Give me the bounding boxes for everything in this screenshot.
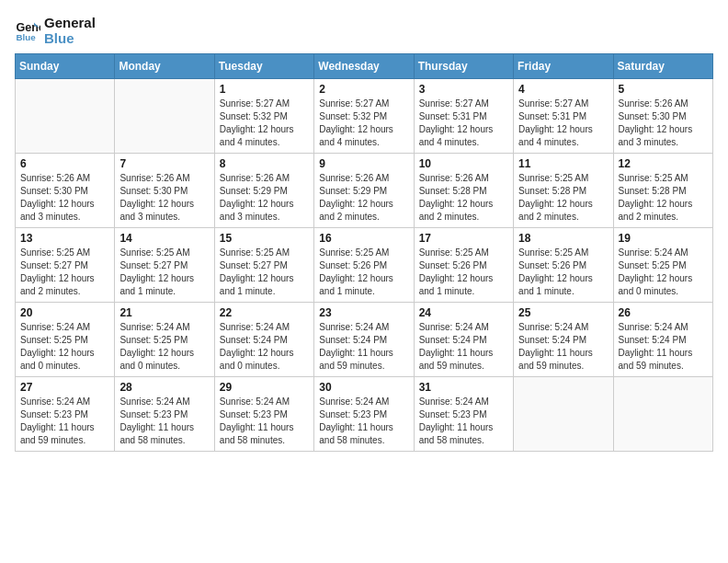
- weekday-header-tuesday: Tuesday: [214, 54, 313, 79]
- day-number: 2: [319, 83, 408, 96]
- svg-text:Blue: Blue: [16, 32, 36, 42]
- day-number: 6: [20, 157, 109, 170]
- day-number: 5: [619, 83, 708, 96]
- day-detail: Sunrise: 5:27 AM Sunset: 5:31 PM Dayligh…: [419, 98, 508, 149]
- day-number: 14: [119, 232, 209, 245]
- logo-blue: Blue: [44, 30, 96, 46]
- day-detail: Sunrise: 5:25 AM Sunset: 5:26 PM Dayligh…: [518, 247, 608, 298]
- calendar-cell: 27Sunrise: 5:24 AM Sunset: 5:23 PM Dayli…: [16, 377, 115, 452]
- day-detail: Sunrise: 5:26 AM Sunset: 5:30 PM Dayligh…: [619, 98, 708, 149]
- day-detail: Sunrise: 5:24 AM Sunset: 5:23 PM Dayligh…: [119, 396, 209, 447]
- day-number: 22: [220, 306, 309, 319]
- page-header: General Blue General Blue: [15, 15, 713, 46]
- calendar-cell: 14Sunrise: 5:25 AM Sunset: 5:27 PM Dayli…: [115, 228, 214, 303]
- day-detail: Sunrise: 5:24 AM Sunset: 5:24 PM Dayligh…: [220, 321, 309, 373]
- calendar-cell: 21Sunrise: 5:24 AM Sunset: 5:25 PM Dayli…: [115, 303, 214, 377]
- day-detail: Sunrise: 5:24 AM Sunset: 5:24 PM Dayligh…: [619, 321, 708, 373]
- calendar-cell: 28Sunrise: 5:24 AM Sunset: 5:23 PM Dayli…: [115, 377, 214, 452]
- calendar-cell: 4Sunrise: 5:27 AM Sunset: 5:31 PM Daylig…: [514, 79, 613, 154]
- day-detail: Sunrise: 5:24 AM Sunset: 5:23 PM Dayligh…: [319, 396, 408, 447]
- day-number: 21: [119, 306, 209, 319]
- calendar-cell: 29Sunrise: 5:24 AM Sunset: 5:23 PM Dayli…: [214, 377, 313, 452]
- day-number: 11: [518, 157, 608, 170]
- calendar-cell: 13Sunrise: 5:25 AM Sunset: 5:27 PM Dayli…: [16, 228, 115, 303]
- day-detail: Sunrise: 5:26 AM Sunset: 5:29 PM Dayligh…: [220, 172, 309, 224]
- calendar-cell: 9Sunrise: 5:26 AM Sunset: 5:29 PM Daylig…: [314, 154, 414, 228]
- day-number: 27: [20, 381, 109, 394]
- calendar-cell: 5Sunrise: 5:26 AM Sunset: 5:30 PM Daylig…: [613, 79, 712, 154]
- day-number: 23: [319, 306, 408, 319]
- weekday-header-saturday: Saturday: [613, 54, 712, 79]
- day-detail: Sunrise: 5:26 AM Sunset: 5:29 PM Dayligh…: [319, 172, 408, 224]
- day-number: 19: [619, 232, 708, 245]
- calendar-cell: 19Sunrise: 5:24 AM Sunset: 5:25 PM Dayli…: [613, 228, 712, 303]
- day-detail: Sunrise: 5:24 AM Sunset: 5:24 PM Dayligh…: [319, 321, 408, 373]
- day-number: 3: [419, 83, 508, 96]
- day-number: 17: [419, 232, 508, 245]
- day-number: 29: [220, 381, 309, 394]
- calendar-week-row: 1Sunrise: 5:27 AM Sunset: 5:32 PM Daylig…: [16, 79, 713, 154]
- day-detail: Sunrise: 5:25 AM Sunset: 5:27 PM Dayligh…: [20, 247, 109, 298]
- day-number: 16: [319, 232, 408, 245]
- day-detail: Sunrise: 5:24 AM Sunset: 5:25 PM Dayligh…: [20, 321, 109, 373]
- day-number: 25: [518, 306, 608, 319]
- calendar-cell: 1Sunrise: 5:27 AM Sunset: 5:32 PM Daylig…: [214, 79, 313, 154]
- calendar-cell: 8Sunrise: 5:26 AM Sunset: 5:29 PM Daylig…: [214, 154, 313, 228]
- day-detail: Sunrise: 5:24 AM Sunset: 5:25 PM Dayligh…: [119, 321, 209, 373]
- day-number: 4: [518, 83, 608, 96]
- weekday-header-sunday: Sunday: [16, 54, 115, 79]
- day-number: 15: [220, 232, 309, 245]
- day-number: 13: [20, 232, 109, 245]
- day-detail: Sunrise: 5:24 AM Sunset: 5:23 PM Dayligh…: [20, 396, 109, 447]
- calendar-week-row: 13Sunrise: 5:25 AM Sunset: 5:27 PM Dayli…: [16, 228, 713, 303]
- day-number: 30: [319, 381, 408, 394]
- calendar-cell: 26Sunrise: 5:24 AM Sunset: 5:24 PM Dayli…: [613, 303, 712, 377]
- calendar-cell: 18Sunrise: 5:25 AM Sunset: 5:26 PM Dayli…: [514, 228, 613, 303]
- calendar-cell: 10Sunrise: 5:26 AM Sunset: 5:28 PM Dayli…: [414, 154, 513, 228]
- day-detail: Sunrise: 5:25 AM Sunset: 5:27 PM Dayligh…: [220, 247, 309, 298]
- calendar-cell: 15Sunrise: 5:25 AM Sunset: 5:27 PM Dayli…: [214, 228, 313, 303]
- calendar-cell: 25Sunrise: 5:24 AM Sunset: 5:24 PM Dayli…: [514, 303, 613, 377]
- day-detail: Sunrise: 5:26 AM Sunset: 5:30 PM Dayligh…: [20, 172, 109, 224]
- day-number: 18: [518, 232, 608, 245]
- day-number: 24: [419, 306, 508, 319]
- calendar-cell: [16, 79, 115, 154]
- day-number: 8: [220, 157, 309, 170]
- calendar-cell: [514, 377, 613, 452]
- calendar-cell: 31Sunrise: 5:24 AM Sunset: 5:23 PM Dayli…: [414, 377, 513, 452]
- day-detail: Sunrise: 5:24 AM Sunset: 5:24 PM Dayligh…: [518, 321, 608, 373]
- day-detail: Sunrise: 5:27 AM Sunset: 5:31 PM Dayligh…: [518, 98, 608, 149]
- day-number: 7: [119, 157, 209, 170]
- day-number: 12: [619, 157, 708, 170]
- weekday-header-wednesday: Wednesday: [314, 54, 414, 79]
- day-detail: Sunrise: 5:27 AM Sunset: 5:32 PM Dayligh…: [220, 98, 309, 149]
- day-detail: Sunrise: 5:27 AM Sunset: 5:32 PM Dayligh…: [319, 98, 408, 149]
- weekday-header-row: SundayMondayTuesdayWednesdayThursdayFrid…: [16, 54, 713, 79]
- calendar-cell: 24Sunrise: 5:24 AM Sunset: 5:24 PM Dayli…: [414, 303, 513, 377]
- day-detail: Sunrise: 5:26 AM Sunset: 5:28 PM Dayligh…: [419, 172, 508, 224]
- calendar-cell: 20Sunrise: 5:24 AM Sunset: 5:25 PM Dayli…: [16, 303, 115, 377]
- calendar-cell: [115, 79, 214, 154]
- logo-general: General: [44, 15, 96, 30]
- day-number: 1: [220, 83, 309, 96]
- logo: General Blue General Blue: [15, 15, 96, 46]
- calendar-cell: 3Sunrise: 5:27 AM Sunset: 5:31 PM Daylig…: [414, 79, 513, 154]
- day-detail: Sunrise: 5:26 AM Sunset: 5:30 PM Dayligh…: [119, 172, 209, 224]
- day-detail: Sunrise: 5:24 AM Sunset: 5:23 PM Dayligh…: [220, 396, 309, 447]
- weekday-header-thursday: Thursday: [414, 54, 513, 79]
- day-number: 20: [20, 306, 109, 319]
- weekday-header-monday: Monday: [115, 54, 214, 79]
- calendar-cell: 2Sunrise: 5:27 AM Sunset: 5:32 PM Daylig…: [314, 79, 414, 154]
- calendar-week-row: 20Sunrise: 5:24 AM Sunset: 5:25 PM Dayli…: [16, 303, 713, 377]
- calendar-cell: 17Sunrise: 5:25 AM Sunset: 5:26 PM Dayli…: [414, 228, 513, 303]
- day-number: 10: [419, 157, 508, 170]
- day-detail: Sunrise: 5:25 AM Sunset: 5:26 PM Dayligh…: [319, 247, 408, 298]
- day-number: 9: [319, 157, 408, 170]
- calendar-cell: 16Sunrise: 5:25 AM Sunset: 5:26 PM Dayli…: [314, 228, 414, 303]
- calendar-cell: 6Sunrise: 5:26 AM Sunset: 5:30 PM Daylig…: [16, 154, 115, 228]
- day-detail: Sunrise: 5:25 AM Sunset: 5:27 PM Dayligh…: [119, 247, 209, 298]
- day-number: 28: [119, 381, 209, 394]
- calendar-cell: 11Sunrise: 5:25 AM Sunset: 5:28 PM Dayli…: [514, 154, 613, 228]
- calendar-cell: 30Sunrise: 5:24 AM Sunset: 5:23 PM Dayli…: [314, 377, 414, 452]
- day-detail: Sunrise: 5:25 AM Sunset: 5:26 PM Dayligh…: [419, 247, 508, 298]
